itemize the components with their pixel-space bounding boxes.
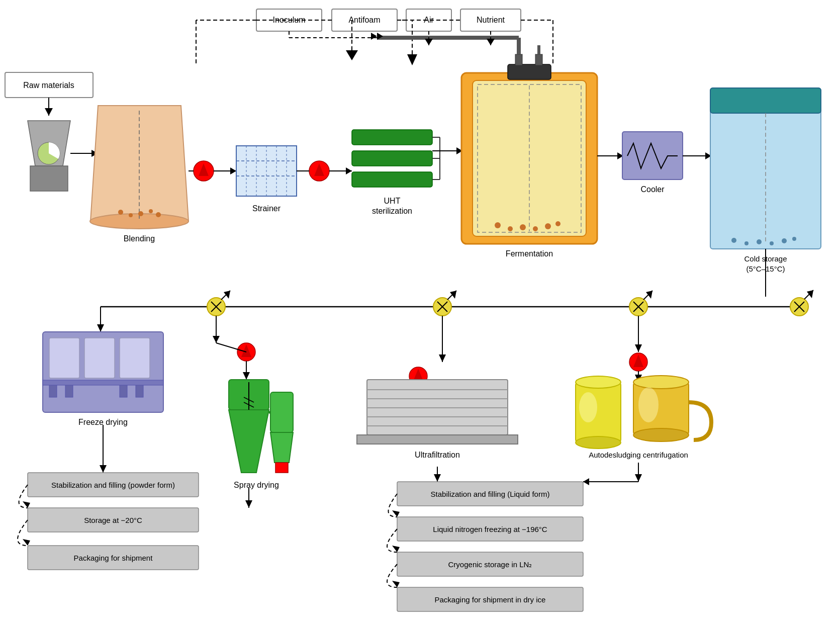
svg-point-35: [156, 212, 161, 217]
svg-marker-190: [100, 465, 107, 473]
svg-rect-156: [275, 463, 288, 473]
svg-point-104: [744, 241, 749, 245]
svg-point-74: [508, 226, 513, 231]
svg-point-183: [579, 392, 597, 422]
svg-marker-55: [346, 167, 352, 174]
svg-point-182: [576, 436, 621, 449]
diagram-container: Inoculum Antifoam Air Nutrient: [0, 0, 840, 622]
svg-point-32: [129, 213, 133, 217]
svg-marker-92: [487, 39, 495, 45]
svg-point-34: [149, 209, 153, 213]
svg-point-31: [118, 210, 123, 215]
svg-marker-22: [45, 108, 53, 116]
svg-rect-101: [710, 88, 821, 113]
svg-text:Blending: Blending: [124, 234, 155, 243]
svg-point-187: [638, 387, 659, 422]
svg-point-77: [545, 223, 551, 229]
svg-marker-196: [23, 539, 30, 546]
svg-marker-117: [807, 290, 813, 298]
svg-rect-138: [120, 338, 150, 378]
svg-text:Nutrient: Nutrient: [477, 16, 505, 24]
svg-rect-24: [30, 166, 68, 191]
svg-point-76: [533, 226, 538, 231]
svg-point-33: [138, 211, 143, 216]
svg-marker-17: [346, 50, 358, 60]
svg-marker-151: [243, 372, 250, 380]
svg-marker-205: [392, 510, 400, 517]
svg-marker-211: [392, 581, 400, 587]
svg-text:Strainer: Strainer: [252, 204, 281, 213]
svg-marker-132: [646, 291, 652, 299]
svg-rect-143: [43, 380, 163, 385]
svg-marker-127: [224, 291, 230, 299]
svg-marker-15: [407, 54, 417, 65]
svg-rect-137: [84, 338, 115, 378]
svg-marker-193: [23, 501, 30, 508]
svg-marker-148: [213, 336, 220, 343]
svg-marker-200: [245, 500, 252, 508]
svg-rect-172: [357, 435, 518, 444]
svg-text:Stabilization and filling (Liq: Stabilization and filling (Liquid form): [431, 490, 550, 498]
svg-marker-155: [270, 432, 293, 463]
svg-marker-153: [229, 410, 269, 473]
svg-point-73: [495, 222, 501, 228]
svg-text:Liquid nitrogen freezing at −1: Liquid nitrogen freezing at −196°C: [433, 525, 547, 534]
svg-rect-81: [535, 54, 542, 65]
svg-marker-90: [425, 39, 433, 45]
svg-text:Antifoam: Antifoam: [348, 16, 380, 24]
svg-rect-136: [49, 338, 79, 378]
svg-text:Ultrafiltration: Ultrafiltration: [415, 451, 460, 459]
svg-marker-41: [230, 167, 236, 174]
svg-text:UHT: UHT: [384, 197, 401, 205]
svg-marker-217: [583, 478, 589, 485]
svg-text:Spray drying: Spray drying: [234, 481, 279, 489]
svg-text:Storage at −20°C: Storage at −20°C: [84, 516, 142, 524]
svg-point-105: [757, 239, 762, 244]
svg-marker-122: [450, 291, 456, 299]
svg-point-108: [792, 237, 796, 241]
svg-marker-215: [635, 474, 642, 482]
svg-point-185: [633, 376, 689, 389]
svg-rect-56: [352, 130, 432, 145]
svg-text:Cooler: Cooler: [640, 185, 665, 194]
svg-point-181: [576, 376, 621, 388]
svg-marker-87: [371, 33, 377, 40]
svg-point-103: [731, 238, 736, 243]
svg-point-75: [520, 224, 526, 230]
svg-marker-163: [439, 354, 446, 362]
svg-marker-175: [635, 344, 642, 352]
svg-marker-202: [434, 474, 441, 482]
svg-rect-57: [352, 151, 432, 166]
svg-text:Stabilization and filling (pow: Stabilization and filling (powder form): [51, 481, 175, 489]
svg-text:Packaging for shipment: Packaging for shipment: [74, 554, 153, 562]
svg-rect-79: [508, 64, 551, 79]
svg-point-106: [770, 241, 774, 245]
svg-marker-134: [97, 324, 104, 332]
svg-marker-208: [392, 546, 400, 552]
svg-text:Fermentation: Fermentation: [506, 249, 553, 258]
svg-rect-154: [270, 392, 293, 432]
svg-text:Packaging for shipment in dry : Packaging for shipment in dry ice: [435, 595, 546, 604]
svg-point-107: [782, 238, 787, 243]
svg-text:sterilization: sterilization: [372, 207, 412, 215]
svg-rect-58: [352, 172, 432, 187]
svg-text:Raw materials: Raw materials: [23, 81, 74, 90]
svg-text:Autodesludging centrifugation: Autodesludging centrifugation: [589, 451, 688, 459]
svg-rect-80: [515, 54, 522, 65]
svg-point-186: [633, 428, 689, 441]
svg-point-78: [555, 221, 561, 226]
svg-text:Cryogenic storage in LN₂: Cryogenic storage in LN₂: [448, 560, 532, 569]
